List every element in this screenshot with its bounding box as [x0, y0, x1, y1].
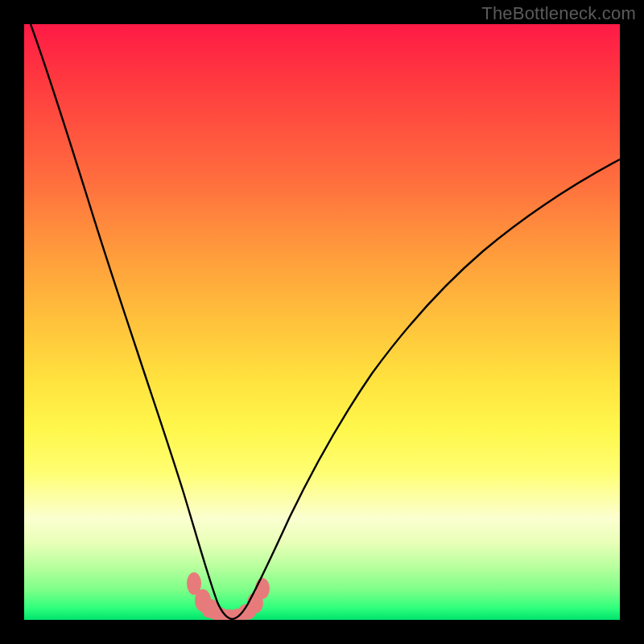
svg-point-8: [255, 578, 270, 599]
outer-frame: TheBottleneck.com: [0, 0, 644, 644]
attribution-label: TheBottleneck.com: [481, 3, 636, 24]
sweet-spot-markers: [187, 572, 270, 620]
chart-overlay: [24, 24, 620, 620]
bottleneck-curve: [31, 24, 620, 619]
